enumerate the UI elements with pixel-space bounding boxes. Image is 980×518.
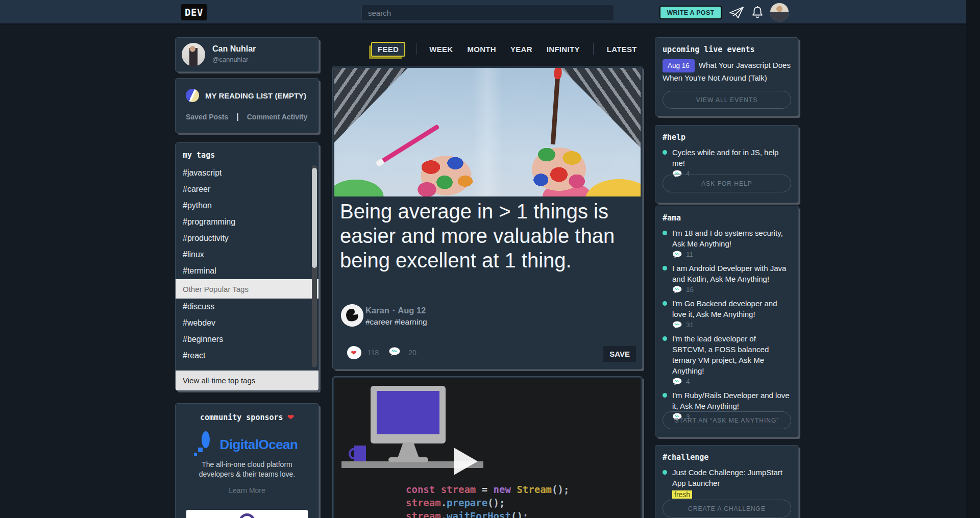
- page-scrollbar[interactable]: [966, 0, 980, 518]
- sidebar-tag-webdev[interactable]: #webdev: [176, 315, 318, 331]
- paintbrush-graphic: [551, 68, 560, 144]
- comment-bubble-icon[interactable]: [389, 347, 401, 358]
- tab-week[interactable]: WEEK: [429, 45, 453, 54]
- start-ama-button[interactable]: START AN “ASK ME ANYTHING”: [663, 411, 791, 429]
- heart-count: 118: [368, 349, 379, 357]
- tab-infinity[interactable]: INFINITY: [547, 45, 580, 54]
- digitalocean-wordmark: DigitalOcean: [220, 437, 298, 453]
- painted-hand-left: [408, 147, 484, 196]
- sponsor-ring-icon: [239, 513, 255, 518]
- my-tags-title: my tags: [176, 143, 318, 165]
- tab-divider: [593, 43, 594, 55]
- tab-year[interactable]: YEAR: [510, 45, 532, 54]
- comment-bubble-icon: [672, 321, 683, 329]
- post-cover-image[interactable]: [334, 68, 641, 196]
- help-item-title[interactable]: Cycles while and for in JS, help me!: [672, 147, 791, 168]
- heart-reaction-icon[interactable]: ❤: [347, 346, 360, 359]
- monitor-graphic: [371, 386, 446, 443]
- sidebar-tag-discuss[interactable]: #discuss: [176, 299, 318, 315]
- bullet-icon: [663, 150, 667, 155]
- ama-item-title[interactable]: I am Android Developer with Java and Kot…: [672, 263, 791, 284]
- links-divider: |: [236, 112, 238, 121]
- post-author[interactable]: Karan: [365, 306, 389, 315]
- tags-scrollbar-thumb[interactable]: [312, 168, 317, 268]
- heart-icon: ❤: [287, 412, 294, 422]
- search-input[interactable]: [361, 5, 614, 21]
- write-post-button[interactable]: WRITE A POST: [659, 6, 722, 19]
- sidebar-tag-programming[interactable]: #programming: [176, 214, 318, 230]
- comment-count: 16: [686, 286, 694, 293]
- author-avatar[interactable]: [341, 304, 363, 327]
- events-title: upcoming live events: [655, 38, 798, 59]
- create-challenge-button[interactable]: CREATE A CHALLENGE: [663, 500, 791, 517]
- reading-list-icon: [186, 89, 199, 102]
- challenge-title: #challenge: [655, 446, 798, 467]
- bullet-icon: [663, 301, 667, 306]
- comment-bubble-icon: [672, 251, 683, 258]
- sponsor-description: The all-in-one cloud platform developers…: [191, 460, 303, 479]
- tab-latest[interactable]: LATEST: [607, 45, 637, 54]
- sidebar-tag-react[interactable]: #react: [176, 348, 318, 364]
- ama-item-title[interactable]: I'm Ruby/Rails Developer and love it, As…: [672, 390, 791, 411]
- bullet-icon: [663, 231, 667, 235]
- sponsor-logo-secondary[interactable]: [186, 510, 308, 518]
- ama-item-title[interactable]: I'm 18 and I do systems security, Ask Me…: [672, 228, 791, 249]
- paper-plane-icon[interactable]: [729, 6, 744, 21]
- comment-bubble-icon: [672, 378, 683, 385]
- dev-community-page: DEV WRITE A POST Can Nuhlar @cannuhlar M…: [0, 0, 980, 518]
- notifications-bell-icon[interactable]: [751, 5, 764, 21]
- reading-list-title[interactable]: MY READING LIST (EMPTY): [205, 91, 306, 100]
- save-button[interactable]: SAVE: [603, 346, 636, 362]
- challenge-item-title[interactable]: Just Code Challenge: JumpStart App Launc…: [672, 467, 791, 488]
- help-card: #help Cycles while and for in JS, help m…: [655, 125, 799, 203]
- sidebar-tag-productivity[interactable]: #productivity: [176, 230, 318, 246]
- challenge-item: Just Code Challenge: JumpStart App Launc…: [655, 467, 798, 499]
- digitalocean-logo[interactable]: DigitalOcean: [176, 435, 318, 454]
- tab-feed[interactable]: FEED: [371, 42, 405, 57]
- comment-count: 31: [686, 321, 694, 329]
- profile-avatar[interactable]: [182, 43, 205, 66]
- ama-item-title[interactable]: I'm Go Backend developer and love it, As…: [672, 298, 791, 319]
- ama-item-title[interactable]: I'm the lead developer of SBTCVM, a FOSS…: [672, 333, 791, 376]
- bullet-icon: [663, 336, 667, 341]
- post-date: Aug 12: [398, 306, 426, 315]
- top-navbar: DEV WRITE A POST: [0, 0, 966, 24]
- comment-count: 11: [686, 251, 693, 258]
- dev-logo[interactable]: DEV: [181, 4, 207, 20]
- post-title[interactable]: Being average in > 1 things is easier an…: [340, 199, 636, 273]
- learn-more-link[interactable]: Learn More: [176, 486, 318, 495]
- sidebar-tag-career[interactable]: #career: [176, 181, 318, 198]
- saved-posts-link[interactable]: Saved Posts: [186, 113, 228, 121]
- ama-title: #ama: [655, 206, 798, 228]
- monitor-screen: [377, 391, 439, 434]
- challenge-card: #challenge Just Code Challenge: JumpStar…: [655, 445, 799, 518]
- profile-handle: @cannuhlar: [212, 56, 248, 63]
- sidebar-tag-javascript[interactable]: #javascript: [176, 165, 318, 181]
- painted-hand-right: [518, 135, 600, 196]
- play-button-icon[interactable]: [454, 448, 478, 475]
- sidebar-tag-terminal[interactable]: #terminal: [176, 263, 318, 279]
- sidebar-tag-beginners[interactable]: #beginners: [176, 331, 318, 348]
- event-item[interactable]: Aug 16What Your Javascript Does When You…: [655, 59, 798, 84]
- video-thumbnail[interactable]: const stream = new Stream();stream.prepa…: [334, 378, 641, 518]
- view-all-tags-link[interactable]: View all-time top tags: [176, 371, 318, 390]
- post-tags[interactable]: #career #learning: [365, 317, 427, 327]
- profile-card: Can Nuhlar @cannuhlar: [175, 37, 319, 72]
- profile-name[interactable]: Can Nuhlar: [212, 44, 256, 54]
- tags-scrollbar[interactable]: [312, 165, 317, 367]
- comment-activity-link[interactable]: Comment Activity: [247, 113, 308, 121]
- feed-tabs: FEED WEEK MONTH YEAR INFINITY LATEST: [332, 41, 643, 57]
- post-meta: Karan・Aug 12: [365, 305, 426, 316]
- mug-graphic: [354, 446, 366, 461]
- user-avatar[interactable]: [770, 3, 789, 22]
- ask-for-help-button[interactable]: ASK FOR HELP: [663, 175, 791, 192]
- sidebar-tag-linux[interactable]: #linux: [176, 246, 318, 263]
- tab-divider: [416, 43, 417, 55]
- feed-video-card: const stream = new Stream();stream.prepa…: [332, 376, 643, 518]
- bullet-icon: [663, 393, 667, 398]
- sidebar-tag-python[interactable]: #python: [176, 198, 318, 214]
- feed-post-card: Being average in > 1 things is easier an…: [332, 66, 643, 369]
- view-all-events-button[interactable]: VIEW ALL EVENTS: [663, 91, 791, 109]
- help-title: #help: [655, 126, 798, 147]
- tab-month[interactable]: MONTH: [467, 45, 496, 54]
